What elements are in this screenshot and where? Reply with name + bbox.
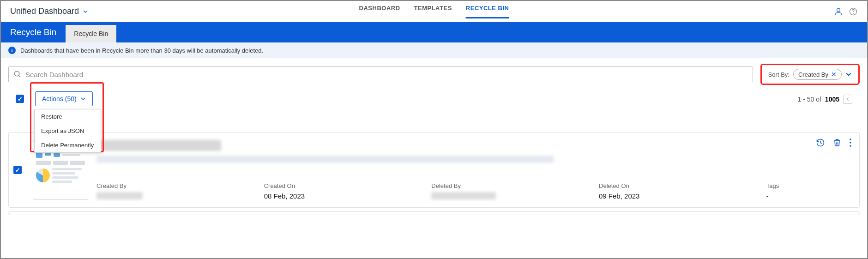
info-banner: i Dashboards that have been in Recycle B… (1, 42, 867, 58)
sort-label: Sort By: (768, 71, 790, 78)
card-title-redacted (96, 140, 221, 151)
pagination-range: 1 - 50 of (797, 96, 821, 103)
help-icon[interactable] (849, 7, 858, 16)
page-sub-tab[interactable]: Recycle Bin (66, 25, 116, 42)
pagination-total: 1005 (825, 96, 839, 103)
created-on-label: Created On (264, 182, 432, 189)
deleted-on-label: Deleted On (599, 182, 766, 189)
page-header-bar: Recycle Bin Recycle Bin (1, 22, 867, 42)
sort-dropdown-icon[interactable] (845, 71, 852, 78)
search-box[interactable] (8, 66, 753, 82)
created-on-value: 08 Feb, 2023 (264, 192, 432, 200)
page-title: Recycle Bin (1, 22, 66, 42)
page-prev-button[interactable] (843, 95, 852, 104)
deleted-by-label: Deleted By (431, 182, 599, 189)
svg-point-5 (850, 142, 851, 144)
dashboard-card: Created By Created On 08 Feb, 2023 Delet… (8, 132, 860, 208)
actions-button-label: Actions (50) (42, 95, 77, 102)
app-title-dropdown[interactable]: Unified Dashboard (10, 6, 88, 16)
select-all-checkbox[interactable] (16, 95, 24, 103)
tab-recycle-bin[interactable]: RECYCLE BIN (466, 5, 509, 18)
svg-point-3 (14, 71, 19, 76)
sort-chip-clear-icon[interactable]: ✕ (831, 71, 837, 78)
sort-chip-text: Created By (798, 71, 828, 78)
svg-point-6 (850, 145, 851, 147)
search-row: Sort By: Created By ✕ (1, 58, 867, 90)
chevron-down-icon (80, 96, 86, 102)
sort-chip[interactable]: Created By ✕ (793, 69, 842, 80)
tags-value: - (766, 192, 850, 200)
tab-templates[interactable]: TEMPLATES (414, 5, 452, 18)
card-body: Created By Created On 08 Feb, 2023 Delet… (96, 140, 850, 200)
card-checkbox-col (13, 140, 24, 200)
chevron-down-icon (83, 9, 88, 14)
top-nav: Unified Dashboard DASHBOARD TEMPLATES RE… (1, 1, 867, 22)
pagination: 1 - 50 of 1005 (797, 95, 852, 104)
svg-point-2 (853, 13, 854, 14)
search-icon (13, 70, 22, 78)
app-title-text: Unified Dashboard (10, 6, 79, 16)
chevron-left-icon (845, 97, 850, 102)
action-delete-permanently[interactable]: Delete Permanently (35, 138, 101, 152)
top-tabs: DASHBOARD TEMPLATES RECYCLE BIN (359, 5, 509, 18)
deleted-on-value: 09 Feb, 2023 (599, 192, 766, 200)
action-restore[interactable]: Restore (35, 109, 101, 124)
actions-button[interactable]: Actions (50) (35, 91, 93, 106)
info-icon: i (8, 47, 16, 54)
history-icon[interactable] (816, 138, 825, 147)
deleted-by-value-redacted (431, 192, 496, 199)
card-checkbox[interactable] (13, 166, 22, 174)
action-export-json[interactable]: Export as JSON (35, 124, 101, 138)
svg-point-0 (837, 8, 840, 12)
search-input[interactable] (25, 71, 748, 78)
top-right-icons (834, 7, 858, 16)
tab-dashboard[interactable]: DASHBOARD (359, 5, 400, 18)
more-icon[interactable] (849, 138, 852, 147)
info-banner-text: Dashboards that have been in Recycle Bin… (20, 47, 263, 54)
sort-by-section: Sort By: Created By ✕ (760, 64, 860, 85)
actions-row: Actions (50) Restore Export as JSON Dele… (1, 90, 867, 106)
svg-point-4 (850, 139, 851, 140)
created-by-value-redacted (96, 192, 143, 199)
trash-icon[interactable] (832, 138, 842, 147)
tags-label: Tags (766, 182, 850, 189)
card-meta: Created By Created On 08 Feb, 2023 Delet… (96, 182, 850, 200)
card-description-redacted (96, 156, 554, 163)
card-actions (816, 138, 852, 147)
actions-menu: Restore Export as JSON Delete Permanentl… (34, 109, 101, 153)
created-by-label: Created By (96, 182, 264, 189)
user-icon[interactable] (834, 7, 843, 16)
next-card-stub (8, 211, 860, 215)
